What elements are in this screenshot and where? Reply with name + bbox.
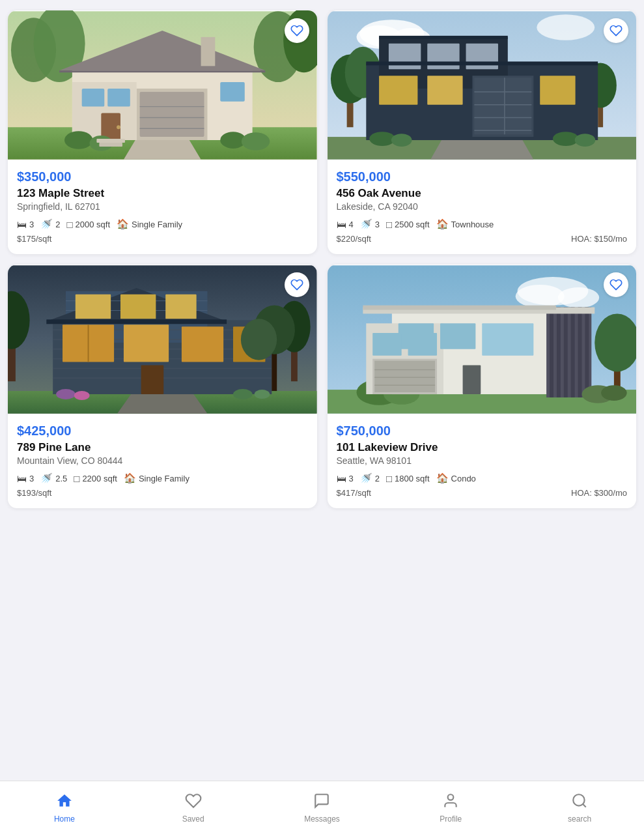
listing-city-3: Mountain View, CO 80444 bbox=[17, 455, 308, 466]
listing-address-1: 123 Maple Street bbox=[17, 187, 308, 200]
svg-rect-88 bbox=[141, 366, 164, 394]
svg-rect-116 bbox=[482, 323, 533, 355]
listing-image-wrap-4 bbox=[328, 265, 637, 414]
svg-point-95 bbox=[255, 390, 270, 399]
listing-card-body-1: $350,000 123 Maple Street Springfield, I… bbox=[8, 160, 317, 254]
svg-rect-111 bbox=[585, 308, 589, 397]
listing-address-3: 789 Pine Lane bbox=[17, 441, 308, 454]
svg-rect-120 bbox=[374, 361, 435, 392]
listing-image-wrap-1 bbox=[8, 10, 317, 160]
favorite-button-1[interactable] bbox=[285, 18, 309, 43]
nav-item-saved[interactable]: Saved bbox=[129, 792, 258, 824]
type-feature-1: 🏠 Single Family bbox=[117, 218, 182, 230]
bed-icon-3: 🛏 bbox=[17, 473, 27, 484]
svg-marker-39 bbox=[430, 137, 533, 160]
svg-point-91 bbox=[241, 319, 277, 360]
listing-features-3: 🛏 3 🚿 2.5 □ 2200 sqft 🏠 Single Family bbox=[17, 472, 308, 484]
svg-point-19 bbox=[117, 125, 120, 129]
listing-features-2: 🛏 4 🚿 3 □ 2500 sqft 🏠 Townhouse bbox=[337, 218, 628, 230]
listing-city-2: Lakeside, CA 92040 bbox=[337, 201, 628, 212]
svg-point-57 bbox=[369, 132, 395, 146]
svg-rect-107 bbox=[556, 308, 560, 397]
favorite-button-2[interactable] bbox=[604, 18, 628, 43]
nav-item-home[interactable]: Home bbox=[0, 792, 129, 824]
svg-rect-9 bbox=[140, 92, 204, 137]
svg-rect-108 bbox=[563, 308, 567, 397]
type-feature-3: 🏠 Single Family bbox=[124, 472, 189, 484]
svg-point-99 bbox=[557, 287, 598, 308]
svg-rect-43 bbox=[427, 76, 462, 104]
profile-icon bbox=[442, 792, 459, 812]
hoa-4: HOA: $300/mo bbox=[571, 488, 627, 498]
svg-rect-27 bbox=[201, 37, 216, 66]
listing-price-2: $550,000 bbox=[337, 169, 628, 184]
listing-footer-3: $193/sqft bbox=[17, 488, 308, 498]
sqft-feature-1: □ 2000 sqft bbox=[66, 219, 110, 230]
listing-card-3: $425,000 789 Pine Lane Mountain View, CO… bbox=[8, 265, 317, 508]
svg-rect-115 bbox=[440, 323, 475, 349]
listing-footer-2: $220/sqft HOA: $150/mo bbox=[337, 234, 628, 244]
sqft-icon-2: □ bbox=[386, 219, 392, 230]
bed-icon-4: 🛏 bbox=[337, 473, 346, 484]
svg-point-60 bbox=[574, 134, 595, 147]
listing-city-4: Seattle, WA 98101 bbox=[337, 455, 628, 466]
type-icon-1: 🏠 bbox=[117, 218, 129, 230]
svg-point-130 bbox=[573, 794, 584, 805]
svg-marker-14 bbox=[59, 70, 265, 72]
sqft-feature-2: □ 2500 sqft bbox=[386, 219, 430, 230]
price-sqft-3: $193/sqft bbox=[17, 488, 52, 498]
favorite-button-4[interactable] bbox=[604, 272, 628, 297]
sqft-icon-3: □ bbox=[74, 473, 79, 484]
nav-item-profile[interactable]: Profile bbox=[386, 792, 515, 824]
svg-rect-109 bbox=[570, 308, 574, 397]
bed-icon-2: 🛏 bbox=[337, 219, 346, 230]
nav-item-messages[interactable]: Messages bbox=[258, 792, 387, 824]
listing-city-1: Springfield, IL 62701 bbox=[17, 201, 308, 212]
home-icon bbox=[56, 792, 73, 812]
sqft-feature-4: □ 1800 sqft bbox=[386, 473, 430, 484]
svg-rect-46 bbox=[474, 78, 531, 134]
listing-footer-1: $175/sqft bbox=[17, 234, 308, 244]
svg-rect-86 bbox=[120, 295, 156, 319]
svg-rect-71 bbox=[46, 319, 227, 324]
svg-rect-17 bbox=[107, 89, 130, 107]
bed-icon-1: 🛏 bbox=[17, 219, 27, 230]
svg-rect-117 bbox=[372, 333, 401, 356]
beds-feature-1: 🛏 3 bbox=[17, 219, 34, 230]
nav-label-messages: Messages bbox=[304, 814, 340, 824]
listing-image-wrap-2 bbox=[328, 10, 637, 160]
listing-price-3: $425,000 bbox=[17, 424, 308, 439]
svg-point-93 bbox=[74, 391, 90, 400]
listing-address-2: 456 Oak Avenue bbox=[337, 187, 628, 200]
bath-icon-4: 🚿 bbox=[360, 472, 372, 484]
listing-card-1: $350,000 123 Maple Street Springfield, I… bbox=[8, 10, 317, 254]
nav-item-search[interactable]: search bbox=[515, 792, 644, 824]
nav-label-saved: Saved bbox=[182, 814, 204, 824]
price-sqft-4: $417/sqft bbox=[337, 488, 372, 498]
main-content: $350,000 123 Maple Street Springfield, I… bbox=[0, 0, 644, 567]
type-icon-3: 🏠 bbox=[124, 472, 136, 484]
listing-image-wrap-3 bbox=[8, 265, 317, 414]
svg-rect-42 bbox=[379, 76, 417, 104]
svg-rect-87 bbox=[165, 295, 196, 319]
svg-rect-55 bbox=[366, 61, 598, 65]
svg-rect-20 bbox=[220, 82, 245, 102]
bath-icon-1: 🚿 bbox=[40, 218, 53, 230]
type-icon-2: 🏠 bbox=[436, 218, 449, 230]
svg-line-131 bbox=[583, 804, 586, 807]
listing-price-4: $750,000 bbox=[337, 424, 628, 439]
type-feature-2: 🏠 Townhouse bbox=[436, 218, 494, 230]
svg-rect-110 bbox=[578, 308, 581, 397]
bath-icon-2: 🚿 bbox=[360, 218, 372, 230]
sqft-icon-4: □ bbox=[386, 473, 392, 484]
svg-point-98 bbox=[515, 285, 564, 308]
nav-label-home: Home bbox=[54, 814, 75, 824]
svg-rect-26 bbox=[99, 143, 122, 147]
baths-feature-2: 🚿 3 bbox=[360, 218, 380, 230]
svg-point-92 bbox=[56, 389, 76, 399]
baths-feature-3: 🚿 2.5 bbox=[40, 472, 67, 484]
favorite-button-3[interactable] bbox=[285, 272, 309, 297]
heart-icon bbox=[185, 792, 202, 812]
listing-footer-4: $417/sqft HOA: $300/mo bbox=[337, 488, 628, 498]
svg-rect-124 bbox=[462, 366, 481, 394]
